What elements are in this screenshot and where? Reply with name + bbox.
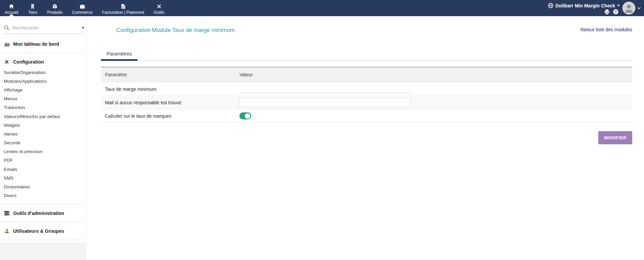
- menu-label: Outils: [154, 10, 164, 15]
- chevron-down-icon[interactable]: [617, 5, 620, 6]
- avatar[interactable]: [622, 2, 635, 14]
- briefcase-icon: [80, 3, 85, 9]
- search-icon: [4, 25, 9, 31]
- configuration-nav-list: Société/Organisation Modules/Application…: [0, 67, 86, 201]
- sidebar-item-menus[interactable]: Menus: [4, 95, 86, 103]
- svg-text:?: ?: [615, 10, 617, 14]
- top-menu-bar: Accueil Tiers Produits Commerce F: [0, 0, 644, 16]
- instance-name: Dolibarr Min Margin Check: [556, 3, 615, 8]
- left-sidebar: Mon tableau de bord Configuration Sociét…: [0, 16, 86, 243]
- sidebar-item-valeurs-filtres-tris[interactable]: Valeurs/filtres/tris par défaut: [4, 112, 86, 121]
- main-content: Configuration Module Taux de marge minim…: [86, 16, 644, 260]
- table-row-calcul-taux-marques: Calculer sur le taux de marques: [101, 109, 632, 123]
- sidebar-item-limites-et-precision[interactable]: Limites et précision: [4, 147, 86, 156]
- settings-table: Paramètre Valeur Taux de marge minimum M…: [101, 67, 632, 123]
- top-menu: Accueil Tiers Produits Commerce F: [0, 0, 169, 16]
- menu-accueil[interactable]: Accueil: [0, 0, 23, 16]
- menu-facturation-paiement[interactable]: Facturation | Paiement: [97, 0, 149, 16]
- sidebar-section-users-groups[interactable]: Utilisateurs & Groupes: [0, 226, 86, 236]
- param-label: Calculer sur le taux de marques: [101, 109, 235, 123]
- table-header-row: Paramètre Valeur: [101, 67, 632, 82]
- menu-commerce[interactable]: Commerce: [67, 0, 97, 16]
- sidebar-item-emails[interactable]: Emails: [4, 165, 86, 174]
- sidebar-section-label: Mon tableau de bord: [13, 41, 59, 47]
- server-stack-icon: [4, 211, 10, 216]
- sidebar-item-affichage[interactable]: Affichage: [4, 85, 86, 94]
- dashboard-chart-icon: [4, 41, 10, 47]
- taux-marge-minimum-input[interactable]: [239, 85, 411, 93]
- divider: [0, 222, 83, 222]
- divider: [0, 53, 83, 53]
- sidebar-item-alertes[interactable]: Alertes: [4, 129, 86, 138]
- invoice-icon: [121, 3, 125, 9]
- param-label: Taux de marge minimum: [101, 82, 235, 96]
- chevron-down-icon[interactable]: [637, 7, 641, 9]
- param-label: Mail si aucun responsable est trouvé: [101, 96, 235, 109]
- sidebar-item-securite[interactable]: Sécurité: [4, 139, 86, 147]
- column-header-valeur: Valeur: [235, 67, 632, 82]
- user-icon: [4, 228, 10, 234]
- sidebar-search[interactable]: [3, 23, 83, 34]
- table-row-mail-responsable: Mail si aucun responsable est trouvé: [101, 96, 632, 109]
- printer-icon[interactable]: [604, 9, 610, 14]
- topbar-right-cluster: Dolibarr Min Margin Check ?: [548, 0, 644, 16]
- divider: [0, 204, 83, 205]
- menu-outils[interactable]: Outils: [149, 0, 169, 16]
- sidebar-section-label: Outils d'administration: [13, 211, 64, 216]
- sidebar-footer-area: [0, 243, 86, 260]
- sidebar-item-widgets[interactable]: Widgets: [4, 121, 86, 129]
- sidebar-section-label: Configuration: [13, 59, 44, 65]
- tools-icon: [156, 3, 162, 9]
- sidebar-section-dashboard[interactable]: Mon tableau de bord: [0, 39, 86, 49]
- active-menu-notch: [9, 14, 14, 16]
- menu-tiers[interactable]: Tiers: [23, 0, 42, 16]
- sidebar-item-sms[interactable]: SMS: [4, 174, 86, 182]
- sidebar-item-dictionnaires[interactable]: Dictionnaires: [4, 182, 86, 191]
- table-row-taux-marge-minimum: Taux de marge minimum: [101, 82, 632, 96]
- sidebar-item-divers[interactable]: Divers: [4, 191, 86, 200]
- menu-label: Produits: [47, 10, 63, 15]
- home-icon: [9, 3, 14, 9]
- sidebar-section-label: Utilisateurs & Groupes: [13, 228, 64, 234]
- tab-bar: Paramètres: [101, 48, 632, 61]
- cube-icon: [52, 3, 58, 9]
- sidebar-section-configuration[interactable]: Configuration: [0, 57, 86, 67]
- menu-label: Facturation | Paiement: [102, 10, 144, 15]
- sidebar-item-modules-applications[interactable]: Modules/Applications: [4, 77, 86, 85]
- tab-parametres[interactable]: Paramètres: [101, 48, 138, 61]
- menu-label: Commerce: [72, 10, 92, 15]
- sidebar-item-societe-organisation[interactable]: Société/Organisation: [4, 68, 86, 77]
- menu-label: Tiers: [28, 10, 37, 15]
- tools-icon: [4, 59, 10, 65]
- sidebar-item-pdf[interactable]: PDF: [4, 156, 86, 165]
- globe-icon: [548, 3, 554, 8]
- sidebar-item-traduction[interactable]: Traduction: [4, 103, 86, 112]
- mail-responsable-input[interactable]: [239, 98, 411, 107]
- toggle-knob: [245, 113, 250, 119]
- page-title: Configuration Module Taux de marge minim…: [116, 27, 235, 34]
- back-to-modules-link[interactable]: Retour liste des modules: [580, 27, 632, 32]
- divider: [0, 240, 83, 240]
- search-dropdown-caret-icon[interactable]: [81, 27, 85, 29]
- column-header-parametre: Paramètre: [101, 67, 235, 82]
- help-icon[interactable]: ?: [613, 9, 618, 14]
- search-input[interactable]: [12, 25, 79, 31]
- calculer-taux-marques-toggle[interactable]: [239, 112, 251, 119]
- sidebar-section-admin-tools[interactable]: Outils d'administration: [0, 208, 86, 219]
- modifier-button[interactable]: MODIFIER: [598, 131, 632, 144]
- menu-produits[interactable]: Produits: [42, 0, 67, 16]
- building-icon: [30, 3, 35, 9]
